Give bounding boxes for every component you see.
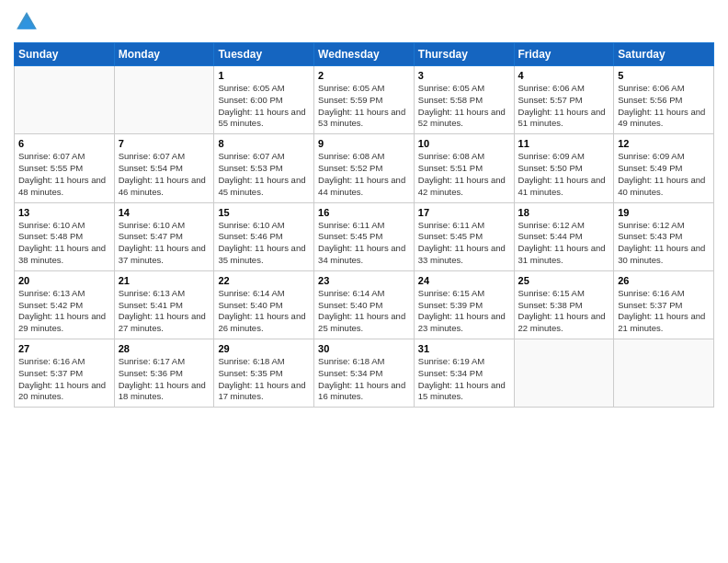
day-info: Sunrise: 6:18 AMSunset: 5:34 PMDaylight:… [318, 356, 410, 403]
calendar-table: SundayMondayTuesdayWednesdayThursdayFrid… [14, 42, 714, 408]
day-info: Sunrise: 6:06 AMSunset: 5:56 PMDaylight:… [618, 83, 710, 130]
day-info: Sunrise: 6:17 AMSunset: 5:36 PMDaylight:… [119, 356, 210, 403]
day-number: 20 [18, 275, 110, 286]
day-number: 19 [618, 207, 710, 218]
calendar-day-cell: 4Sunrise: 6:06 AMSunset: 5:57 PMDaylight… [514, 66, 614, 134]
day-info: Sunrise: 6:18 AMSunset: 5:35 PMDaylight:… [218, 356, 310, 403]
calendar-day-cell: 26Sunrise: 6:16 AMSunset: 5:37 PMDayligh… [614, 270, 714, 339]
day-info: Sunrise: 6:13 AMSunset: 5:41 PMDaylight:… [119, 288, 210, 335]
calendar-day-cell: 11Sunrise: 6:09 AMSunset: 5:50 PMDayligh… [514, 134, 614, 202]
day-info: Sunrise: 6:07 AMSunset: 5:55 PMDaylight:… [18, 151, 110, 198]
day-info: Sunrise: 6:16 AMSunset: 5:37 PMDaylight:… [618, 288, 710, 335]
day-info: Sunrise: 6:13 AMSunset: 5:42 PMDaylight:… [18, 288, 110, 335]
day-info: Sunrise: 6:05 AMSunset: 6:00 PMDaylight:… [218, 83, 310, 130]
calendar-day-cell [15, 66, 115, 134]
calendar-day-cell: 1Sunrise: 6:05 AMSunset: 6:00 PMDaylight… [214, 66, 314, 134]
weekday-header-tuesday: Tuesday [214, 43, 314, 66]
calendar-day-cell: 3Sunrise: 6:05 AMSunset: 5:58 PMDaylight… [414, 66, 514, 134]
day-info: Sunrise: 6:05 AMSunset: 5:59 PMDaylight:… [318, 83, 410, 130]
day-info: Sunrise: 6:08 AMSunset: 5:51 PMDaylight:… [418, 151, 510, 198]
calendar-day-cell: 24Sunrise: 6:15 AMSunset: 5:39 PMDayligh… [414, 270, 514, 339]
day-number: 27 [18, 343, 110, 354]
day-number: 7 [119, 138, 210, 149]
weekday-header-thursday: Thursday [414, 43, 514, 66]
calendar-day-cell: 15Sunrise: 6:10 AMSunset: 5:46 PMDayligh… [214, 202, 314, 270]
day-info: Sunrise: 6:05 AMSunset: 5:58 PMDaylight:… [418, 83, 510, 130]
calendar-day-cell: 28Sunrise: 6:17 AMSunset: 5:36 PMDayligh… [114, 339, 214, 408]
calendar-day-cell: 18Sunrise: 6:12 AMSunset: 5:44 PMDayligh… [514, 202, 614, 270]
day-info: Sunrise: 6:10 AMSunset: 5:47 PMDaylight:… [119, 220, 210, 267]
calendar-day-cell: 25Sunrise: 6:15 AMSunset: 5:38 PMDayligh… [514, 270, 614, 339]
day-info: Sunrise: 6:09 AMSunset: 5:50 PMDaylight:… [518, 151, 610, 198]
day-number: 29 [218, 343, 310, 354]
day-number: 28 [119, 343, 210, 354]
day-number: 21 [119, 275, 210, 286]
weekday-header-wednesday: Wednesday [314, 43, 415, 66]
day-info: Sunrise: 6:12 AMSunset: 5:43 PMDaylight:… [618, 220, 710, 267]
day-number: 31 [418, 343, 510, 354]
calendar-day-cell: 23Sunrise: 6:14 AMSunset: 5:40 PMDayligh… [314, 270, 415, 339]
day-number: 16 [318, 207, 410, 218]
day-number: 18 [518, 207, 610, 218]
calendar-day-cell: 8Sunrise: 6:07 AMSunset: 5:53 PMDaylight… [214, 134, 314, 202]
calendar-day-cell [614, 339, 714, 408]
day-number: 14 [119, 207, 210, 218]
calendar-day-cell: 27Sunrise: 6:16 AMSunset: 5:37 PMDayligh… [15, 339, 115, 408]
day-number: 1 [218, 70, 310, 81]
calendar-day-cell: 31Sunrise: 6:19 AMSunset: 5:34 PMDayligh… [414, 339, 514, 408]
calendar-day-cell: 6Sunrise: 6:07 AMSunset: 5:55 PMDaylight… [15, 134, 115, 202]
calendar-day-cell: 29Sunrise: 6:18 AMSunset: 5:35 PMDayligh… [214, 339, 314, 408]
calendar-week-row: 1Sunrise: 6:05 AMSunset: 6:00 PMDaylight… [15, 66, 714, 134]
calendar-day-cell: 22Sunrise: 6:14 AMSunset: 5:40 PMDayligh… [214, 270, 314, 339]
day-info: Sunrise: 6:14 AMSunset: 5:40 PMDaylight:… [218, 288, 310, 335]
day-number: 9 [318, 138, 410, 149]
weekday-header-friday: Friday [514, 43, 614, 66]
day-number: 13 [18, 207, 110, 218]
calendar-day-cell: 20Sunrise: 6:13 AMSunset: 5:42 PMDayligh… [15, 270, 115, 339]
weekday-header-row: SundayMondayTuesdayWednesdayThursdayFrid… [15, 43, 714, 66]
day-number: 26 [618, 275, 710, 286]
day-info: Sunrise: 6:08 AMSunset: 5:52 PMDaylight:… [318, 151, 410, 198]
day-number: 22 [218, 275, 310, 286]
calendar-day-cell: 12Sunrise: 6:09 AMSunset: 5:49 PMDayligh… [614, 134, 714, 202]
day-number: 30 [318, 343, 410, 354]
day-number: 3 [418, 70, 510, 81]
calendar-day-cell: 16Sunrise: 6:11 AMSunset: 5:45 PMDayligh… [314, 202, 415, 270]
calendar-day-cell: 2Sunrise: 6:05 AMSunset: 5:59 PMDaylight… [314, 66, 415, 134]
calendar-week-row: 13Sunrise: 6:10 AMSunset: 5:48 PMDayligh… [15, 202, 714, 270]
day-info: Sunrise: 6:14 AMSunset: 5:40 PMDaylight:… [318, 288, 410, 335]
calendar-week-row: 6Sunrise: 6:07 AMSunset: 5:55 PMDaylight… [15, 134, 714, 202]
logo-icon [14, 9, 40, 35]
day-number: 5 [618, 70, 710, 81]
day-info: Sunrise: 6:11 AMSunset: 5:45 PMDaylight:… [418, 220, 510, 267]
day-number: 6 [18, 138, 110, 149]
calendar-day-cell: 13Sunrise: 6:10 AMSunset: 5:48 PMDayligh… [15, 202, 115, 270]
day-info: Sunrise: 6:19 AMSunset: 5:34 PMDaylight:… [418, 356, 510, 403]
day-number: 2 [318, 70, 410, 81]
day-info: Sunrise: 6:15 AMSunset: 5:38 PMDaylight:… [518, 288, 610, 335]
calendar-day-cell: 9Sunrise: 6:08 AMSunset: 5:52 PMDaylight… [314, 134, 415, 202]
day-number: 17 [418, 207, 510, 218]
calendar-day-cell: 30Sunrise: 6:18 AMSunset: 5:34 PMDayligh… [314, 339, 415, 408]
day-info: Sunrise: 6:06 AMSunset: 5:57 PMDaylight:… [518, 83, 610, 130]
day-number: 23 [318, 275, 410, 286]
calendar-day-cell: 14Sunrise: 6:10 AMSunset: 5:47 PMDayligh… [114, 202, 214, 270]
calendar-day-cell: 5Sunrise: 6:06 AMSunset: 5:56 PMDaylight… [614, 66, 714, 134]
calendar-week-row: 20Sunrise: 6:13 AMSunset: 5:42 PMDayligh… [15, 270, 714, 339]
day-info: Sunrise: 6:10 AMSunset: 5:48 PMDaylight:… [18, 220, 110, 267]
weekday-header-monday: Monday [114, 43, 214, 66]
day-info: Sunrise: 6:07 AMSunset: 5:54 PMDaylight:… [119, 151, 210, 198]
day-info: Sunrise: 6:16 AMSunset: 5:37 PMDaylight:… [18, 356, 110, 403]
day-info: Sunrise: 6:10 AMSunset: 5:46 PMDaylight:… [218, 220, 310, 267]
day-number: 10 [418, 138, 510, 149]
day-number: 15 [218, 207, 310, 218]
calendar-day-cell: 17Sunrise: 6:11 AMSunset: 5:45 PMDayligh… [414, 202, 514, 270]
day-info: Sunrise: 6:07 AMSunset: 5:53 PMDaylight:… [218, 151, 310, 198]
weekday-header-sunday: Sunday [15, 43, 115, 66]
day-number: 12 [618, 138, 710, 149]
calendar-day-cell [114, 66, 214, 134]
calendar-day-cell: 19Sunrise: 6:12 AMSunset: 5:43 PMDayligh… [614, 202, 714, 270]
calendar-day-cell: 10Sunrise: 6:08 AMSunset: 5:51 PMDayligh… [414, 134, 514, 202]
logo [14, 9, 43, 35]
calendar-day-cell: 7Sunrise: 6:07 AMSunset: 5:54 PMDaylight… [114, 134, 214, 202]
